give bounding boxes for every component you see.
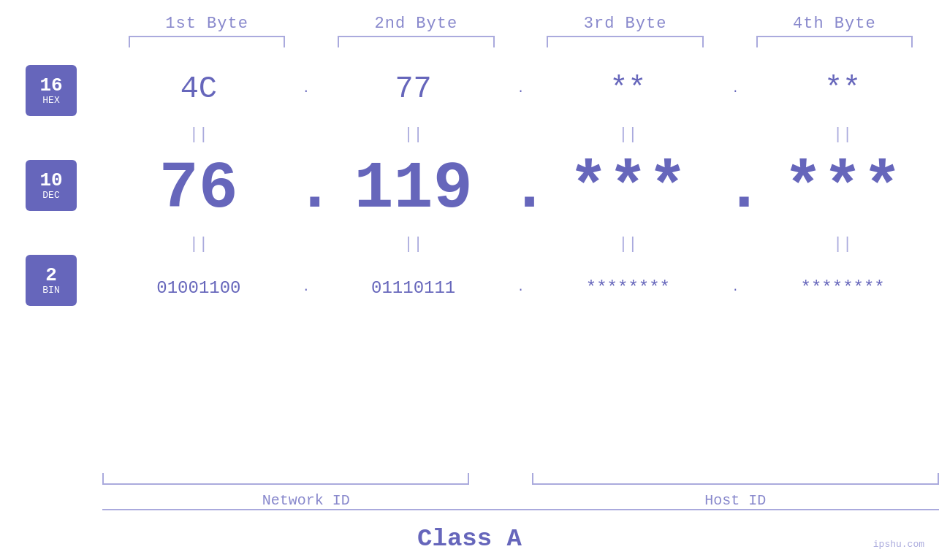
byte-headers: 1st Byte 2nd Byte 3rd Byte 4th Byte [0,15,939,33]
hex-b2: 77 [317,72,510,107]
eq1-c4: || [746,126,939,144]
bin-dot-1: . [295,281,317,294]
bin-b3: ******** [532,278,725,298]
dec-dot-1: . [295,152,317,226]
bin-b4: ******** [746,278,939,298]
equals-row-2: || || || || [102,229,939,258]
dec-b1: 76 [102,152,295,226]
hex-b1: 4C [102,72,295,107]
bin-badge-label: BIN [42,285,59,296]
top-bracket-2 [338,36,495,47]
bin-badge: 2 BIN [26,255,77,306]
hex-row: 4C . 77 . ** . ** [102,58,939,120]
eq1-c2: || [317,126,510,144]
top-bracket-3 [547,36,704,47]
eq2-c1: || [102,235,295,253]
hex-dot-1: . [295,83,317,96]
dec-row: 76 . 119 . *** . *** [102,149,939,229]
bracket-cell-2 [311,36,520,58]
eq2-c2: || [317,235,510,253]
network-bracket [102,473,469,485]
top-bracket-1 [129,36,286,47]
bracket-cell-4 [730,36,939,58]
dec-badge-label: DEC [42,190,59,201]
bin-badge-number: 2 [45,266,57,285]
hex-badge-number: 16 [39,76,62,95]
labels-row: Network ID Host ID [102,492,939,509]
byte2-header: 2nd Byte [311,15,520,33]
dec-badge-number: 10 [39,171,62,190]
dec-b2: 119 [317,152,510,226]
hex-b3: ** [532,72,725,107]
bin-row: 01001100 . 01110111 . ******** . *******… [102,258,939,317]
class-row: Class A [0,525,939,560]
ip-rows-wrapper: 4C . 77 . ** . ** || || [102,58,939,317]
bin-b1: 01001100 [102,278,295,298]
host-bracket [532,473,940,485]
bottom-section: Network ID Host ID [0,473,939,509]
network-bracket-container [102,473,510,488]
network-id-label: Network ID [102,492,510,509]
bin-dot-2: . [510,281,532,294]
bracket-cell-3 [521,36,730,58]
bin-dot-3: . [724,281,746,294]
dec-dot-2: . [510,152,532,226]
bin-b2: 01110111 [317,278,510,298]
dec-badge: 10 DEC [26,160,77,211]
main-container: 1st Byte 2nd Byte 3rd Byte 4th Byte 16 H… [0,0,939,560]
hex-badge: 16 HEX [26,65,77,116]
host-bracket-container [532,473,940,488]
host-id-label: Host ID [532,492,940,509]
equals-row-1: || || || || [102,120,939,149]
bracket-cell-1 [102,36,311,58]
full-bracket-line [102,509,939,510]
byte4-header: 4th Byte [730,15,939,33]
content-area: 16 HEX 10 DEC 2 BIN 4C . 77 [0,58,939,473]
watermark: ipshu.com [873,539,924,550]
dec-dot-3: . [724,152,746,226]
badges-column: 16 HEX 10 DEC 2 BIN [0,58,102,306]
top-bracket-4 [756,36,913,47]
byte1-header: 1st Byte [102,15,311,33]
top-bracket-row [0,36,939,58]
eq2-c3: || [532,235,725,253]
hex-dot-3: . [724,83,746,96]
dec-b3: *** [532,152,725,226]
eq1-c1: || [102,126,295,144]
eq1-c3: || [532,126,725,144]
bottom-bracket-lines [102,473,939,488]
hex-b4: ** [746,72,939,107]
hex-dot-2: . [510,83,532,96]
class-label: Class A [417,525,522,553]
eq2-c4: || [746,235,939,253]
dec-b4: *** [746,152,939,226]
hex-badge-label: HEX [42,95,59,106]
byte3-header: 3rd Byte [521,15,730,33]
